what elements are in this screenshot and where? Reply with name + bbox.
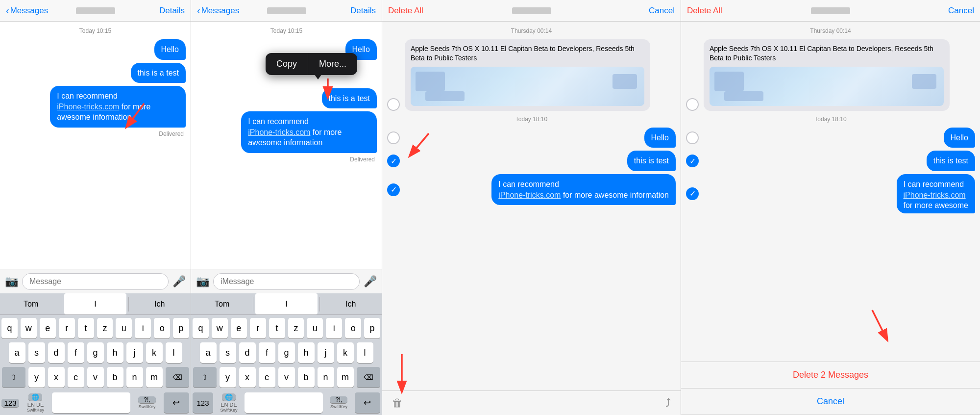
suggestion-i-2[interactable]: I: [255, 293, 317, 314]
link-iphone-tricks-1[interactable]: iPhone-tricks.com: [57, 103, 119, 111]
key-h-2[interactable]: h: [298, 342, 315, 363]
select-circle-hello-4[interactable]: [686, 131, 699, 144]
message-input-1[interactable]: [22, 273, 169, 290]
select-circle-recommend-4[interactable]: ✓: [686, 187, 699, 200]
bubble-test-4[interactable]: this is test: [927, 151, 975, 171]
back-button-2[interactable]: ‹ Messages: [197, 5, 239, 16]
key-e-2[interactable]: e: [231, 318, 247, 338]
delete-all-button-4[interactable]: Delete All: [687, 6, 722, 16]
key-z-2[interactable]: z: [288, 318, 304, 338]
key-c-2[interactable]: c: [259, 367, 275, 388]
key-m-1[interactable]: m: [146, 367, 163, 388]
suggestion-ich-1[interactable]: Ich: [129, 293, 191, 314]
key-b-1[interactable]: b: [107, 367, 123, 388]
bubble-test-3[interactable]: this is test: [627, 151, 676, 171]
key-space-1[interactable]: [52, 392, 130, 413]
key-globe-2[interactable]: 🌐: [222, 393, 236, 401]
cancel-button-3[interactable]: Cancel: [649, 6, 675, 16]
bubble-hello-3[interactable]: Hello: [644, 128, 676, 148]
bubble-test-1[interactable]: this is a test: [131, 63, 186, 83]
key-a-1[interactable]: a: [9, 342, 25, 363]
key-d-2[interactable]: d: [239, 342, 256, 363]
bubble-recommend-1[interactable]: I can recommend iPhone-tricks.com for mo…: [50, 86, 186, 128]
news-bubble-3[interactable]: Apple Seeds 7th OS X 10.11 El Capitan Be…: [405, 39, 650, 111]
bubble-recommend-4[interactable]: I can recommend iPhone-tricks.com for mo…: [897, 174, 976, 213]
key-punct-2[interactable]: ?!,: [330, 396, 347, 403]
message-input-2[interactable]: [213, 273, 360, 290]
key-t-2[interactable]: t: [269, 318, 285, 338]
key-r-1[interactable]: r: [59, 318, 75, 338]
key-z-1[interactable]: z: [97, 318, 113, 338]
key-space-2[interactable]: [245, 392, 323, 413]
select-circle-test-4[interactable]: ✓: [686, 155, 699, 167]
key-shift-1[interactable]: ⇧: [2, 367, 25, 388]
key-n-2[interactable]: n: [318, 367, 334, 388]
key-a-2[interactable]: a: [200, 342, 217, 363]
select-circle-test-3[interactable]: ✓: [387, 155, 400, 167]
suggestion-i-1[interactable]: I: [64, 293, 126, 314]
key-j-1[interactable]: j: [126, 342, 143, 363]
key-c-1[interactable]: c: [68, 367, 84, 388]
key-backspace-1[interactable]: ⌫: [166, 367, 189, 388]
link-iphone-tricks-2[interactable]: iPhone-tricks.com: [248, 128, 310, 136]
key-q-1[interactable]: q: [1, 318, 18, 338]
bubble-recommend-2[interactable]: I can recommend iPhone-tricks.com for mo…: [241, 111, 377, 153]
news-bubble-4[interactable]: Apple Seeds 7th OS X 10.11 El Capitan Be…: [704, 39, 950, 111]
bubble-hello-4[interactable]: Hello: [944, 128, 975, 148]
key-o-1[interactable]: o: [154, 318, 170, 338]
details-button-1[interactable]: Details: [159, 6, 185, 16]
key-backspace-2[interactable]: ⌫: [357, 367, 380, 388]
back-button-1[interactable]: ‹ Messages: [6, 5, 48, 16]
more-menu-item[interactable]: More...: [308, 53, 357, 75]
key-s-2[interactable]: s: [220, 342, 236, 363]
key-p-1[interactable]: p: [173, 318, 189, 338]
key-f-2[interactable]: f: [259, 342, 275, 363]
cancel-button-4[interactable]: Cancel: [948, 6, 974, 16]
key-k-1[interactable]: k: [146, 342, 163, 363]
key-numbers-1[interactable]: 123: [1, 399, 19, 407]
key-g-1[interactable]: g: [87, 342, 104, 363]
key-n-1[interactable]: n: [126, 367, 143, 388]
select-circle-recommend-3[interactable]: ✓: [387, 183, 400, 196]
key-f-1[interactable]: f: [68, 342, 84, 363]
bubble-recommend-3[interactable]: I can recommend iPhone-tricks.com for mo…: [491, 174, 676, 205]
key-p-2[interactable]: p: [364, 318, 380, 338]
key-v-2[interactable]: v: [278, 367, 295, 388]
key-x-2[interactable]: x: [239, 367, 256, 388]
key-x-1[interactable]: x: [48, 367, 65, 388]
copy-menu-item[interactable]: Copy: [266, 53, 308, 75]
key-u-2[interactable]: u: [307, 318, 323, 338]
key-l-1[interactable]: l: [166, 342, 182, 363]
camera-icon-2[interactable]: 📷: [196, 275, 209, 288]
link-iphone-tricks-4[interactable]: iPhone-tricks.com: [904, 191, 966, 199]
select-circle-news-3[interactable]: [387, 98, 400, 111]
key-globe-1[interactable]: 🌐: [28, 393, 42, 401]
details-button-2[interactable]: Details: [350, 6, 376, 16]
bubble-hello-1[interactable]: Hello: [154, 39, 186, 60]
key-i-1[interactable]: i: [135, 318, 151, 338]
key-return-1[interactable]: ↩: [164, 392, 189, 413]
key-r-2[interactable]: r: [250, 318, 266, 338]
key-v-1[interactable]: v: [87, 367, 104, 388]
key-t-1[interactable]: t: [78, 318, 94, 338]
key-b-2[interactable]: b: [298, 367, 315, 388]
delete-messages-button[interactable]: Delete 2 Messages: [681, 362, 980, 389]
key-y-2[interactable]: y: [220, 367, 236, 388]
select-circle-hello-3[interactable]: [387, 131, 400, 144]
key-d-1[interactable]: d: [48, 342, 65, 363]
share-icon-3[interactable]: ⤴: [665, 397, 671, 410]
key-j-2[interactable]: j: [318, 342, 334, 363]
suggestion-tom-2[interactable]: Tom: [191, 293, 253, 314]
mic-icon-1[interactable]: 🎤: [172, 275, 186, 288]
delete-all-button-3[interactable]: Delete All: [388, 6, 423, 16]
link-iphone-tricks-3[interactable]: iPhone-tricks.com: [498, 191, 561, 199]
key-punct-1[interactable]: ?!,: [138, 396, 156, 403]
key-q-2[interactable]: q: [193, 318, 209, 338]
key-w-1[interactable]: w: [21, 318, 37, 338]
key-numbers-2[interactable]: 123: [193, 392, 213, 413]
key-w-2[interactable]: w: [212, 318, 228, 338]
suggestion-ich-2[interactable]: Ich: [320, 293, 382, 314]
key-g-2[interactable]: g: [278, 342, 295, 363]
key-h-1[interactable]: h: [107, 342, 123, 363]
key-o-2[interactable]: o: [345, 318, 361, 338]
